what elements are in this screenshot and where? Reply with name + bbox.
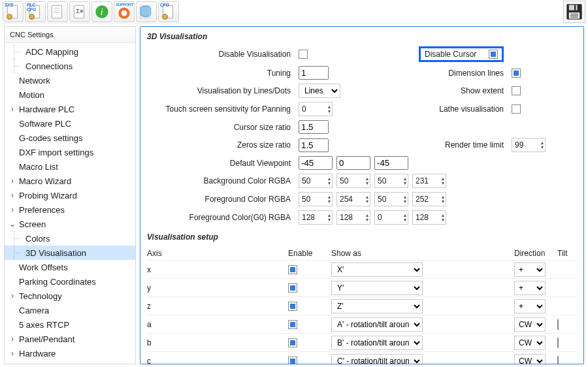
spin-fg-0[interactable]: 50▴▾: [299, 192, 333, 206]
sidebar-title: CNC Settings: [5, 27, 135, 43]
svg-point-1: [7, 14, 12, 19]
check-enable-z[interactable]: [288, 302, 297, 311]
sidebar-item-screen[interactable]: ⌄Screen: [5, 217, 135, 231]
input-tuning[interactable]: [299, 66, 329, 80]
vis-row-b: bB' - rotation/tilt around YCW: [147, 333, 577, 351]
svg-text:i: i: [101, 7, 103, 17]
sidebar-item-dxf-import-settings[interactable]: DXF import settings: [5, 145, 135, 159]
sidebar-item-label: Colors: [25, 234, 50, 244]
col-showas: Show as: [331, 249, 462, 258]
check-show-extent[interactable]: [512, 86, 521, 95]
toolbar-cfg[interactable]: CFG: [158, 1, 179, 22]
select-dir-b[interactable]: CW: [514, 336, 546, 350]
select-showas-c[interactable]: C' - rotation/tilt around Z: [331, 354, 423, 364]
settings-form: Disable Visualisation Disable Cursor Tun…: [147, 46, 577, 225]
select-showas-y[interactable]: Y': [331, 281, 423, 295]
sidebar-item-network[interactable]: Network: [5, 73, 135, 88]
sidebar-item-motion[interactable]: Motion: [5, 88, 135, 102]
spin-fg0-1[interactable]: 128▴▾: [336, 210, 370, 225]
sidebar-tree: ADC MappingConnectionsNetworkMotion›Hard…: [5, 43, 135, 364]
select-dir-c[interactable]: CW: [514, 354, 546, 364]
select-showas-a[interactable]: A' - rotation/tilt around X: [331, 317, 423, 332]
spin-touch-sens[interactable]: 0▴▾: [299, 102, 333, 116]
spin-fg-3[interactable]: 252▴▾: [412, 192, 446, 206]
input-vp-0[interactable]: [299, 156, 333, 170]
spin-bg-2[interactable]: 50▴▾: [374, 174, 408, 188]
spin-bg-1[interactable]: 50▴▾: [336, 174, 370, 188]
sidebar-item-adc-mapping[interactable]: ADC Mapping: [5, 44, 135, 59]
check-tilt-a[interactable]: [557, 319, 559, 330]
input-vp-1[interactable]: [336, 156, 370, 170]
check-enable-c[interactable]: [288, 357, 297, 364]
toolbar-db[interactable]: [136, 1, 157, 22]
check-enable-b[interactable]: [288, 338, 297, 347]
sidebar-item-3d-visualisation[interactable]: 3D Visualisation: [5, 246, 135, 260]
check-disable-cursor[interactable]: [489, 50, 498, 59]
select-dir-y[interactable]: +: [514, 281, 546, 295]
sidebar-item-software-plc[interactable]: Software PLC: [5, 116, 135, 131]
sidebar-item-panel-pendant[interactable]: ›Panel/Pendant: [5, 332, 135, 346]
sidebar-item-macro-list[interactable]: Macro List: [5, 159, 135, 174]
spin-render-limit[interactable]: 99▴▾: [512, 138, 546, 152]
select-by-lines[interactable]: Lines: [299, 84, 340, 98]
sidebar-item-hardware[interactable]: ›Hardware: [5, 346, 135, 360]
sidebar-item-colors[interactable]: Colors: [5, 231, 135, 246]
sidebar-item-hardware-plc[interactable]: ›Hardware PLC: [5, 102, 135, 116]
sidebar-item-label: Screen: [19, 219, 46, 229]
sidebar-item-label: Network: [19, 76, 50, 86]
sidebar-item-probing-wizard[interactable]: ›Probing Wizard: [5, 188, 135, 202]
spin-fg-1[interactable]: 254▴▾: [336, 192, 370, 206]
col-direction: Direction: [514, 249, 553, 258]
vis-row-a: aA' - rotation/tilt around XCW: [147, 315, 577, 333]
spin-fg0-3[interactable]: 128▴▾: [412, 210, 446, 225]
check-enable-y[interactable]: [288, 283, 297, 293]
sidebar-item-label: DXF import settings: [19, 148, 93, 157]
axis-label: b: [147, 338, 284, 347]
toolbar-sys[interactable]: SYS: [3, 1, 24, 22]
label-render-limit: Render time limit: [399, 140, 504, 150]
sidebar-item-5-axes-rtcp[interactable]: 5 axes RTCP: [5, 317, 135, 332]
check-enable-a[interactable]: [288, 320, 297, 329]
save-button[interactable]: [563, 1, 585, 23]
label-touch-sens: Touch screen sensitivity for Panning: [147, 104, 291, 114]
check-tilt-c[interactable]: [557, 356, 559, 364]
spin-bg-0[interactable]: 50▴▾: [299, 174, 333, 188]
check-lathe-vis[interactable]: [512, 104, 521, 114]
select-dir-a[interactable]: CW: [514, 317, 546, 332]
input-vp-2[interactable]: [374, 156, 408, 170]
spin-fg-2[interactable]: 50▴▾: [374, 192, 408, 206]
select-showas-b[interactable]: B' - rotation/tilt around Y: [331, 336, 423, 350]
select-showas-z[interactable]: Z': [331, 299, 423, 313]
spin-bg-3[interactable]: 231▴▾: [412, 174, 446, 188]
toolbar-sigma[interactable]: Σ≡: [69, 1, 90, 22]
sidebar-item-label: Hardware PLC: [19, 104, 74, 114]
check-enable-x[interactable]: [288, 265, 297, 274]
spin-fg0-2[interactable]: 0▴▾: [374, 210, 408, 225]
toolbar-doc[interactable]: [47, 1, 68, 22]
sidebar-item-label: Probing Wizard: [19, 191, 77, 200]
sidebar-item-preferences[interactable]: ›Preferences: [5, 202, 135, 217]
toolbar-info[interactable]: i: [91, 1, 112, 22]
sidebar-item-label: Panel/Pendant: [19, 334, 74, 344]
check-dimension-lines[interactable]: [512, 69, 521, 78]
check-tilt-b[interactable]: [557, 338, 559, 348]
sidebar-item-label: Connections: [25, 61, 73, 71]
sidebar-item-work-offsets[interactable]: Work Offsets: [5, 260, 135, 274]
label-bg-rgba: Background Color RGBA: [147, 176, 291, 185]
select-dir-x[interactable]: +: [514, 263, 546, 277]
sidebar-item-connections[interactable]: Connections: [5, 59, 135, 73]
sidebar-item-macro-wizard[interactable]: ›Macro Wizard: [5, 174, 135, 188]
select-showas-x[interactable]: X': [331, 263, 423, 277]
select-dir-z[interactable]: +: [514, 299, 546, 313]
sidebar-item-g-codes-settings[interactable]: G-codes settings: [5, 131, 135, 145]
sidebar-item-camera[interactable]: Camera: [5, 303, 135, 317]
input-cursor-size[interactable]: [299, 120, 329, 134]
sidebar-item-technology[interactable]: ›Technology: [5, 289, 135, 303]
toolbar-plc-cfg[interactable]: PLC CFG: [25, 1, 46, 22]
sidebar-item-parking-coordinates[interactable]: Parking Coordinates: [5, 274, 135, 289]
sidebar-item-label: Macro List: [19, 162, 58, 172]
check-disable-vis[interactable]: [299, 50, 308, 59]
toolbar-support[interactable]: SUPPORT: [114, 1, 135, 22]
input-zeros-size[interactable]: [299, 138, 329, 152]
spin-fg0-0[interactable]: 128▴▾: [299, 210, 333, 225]
